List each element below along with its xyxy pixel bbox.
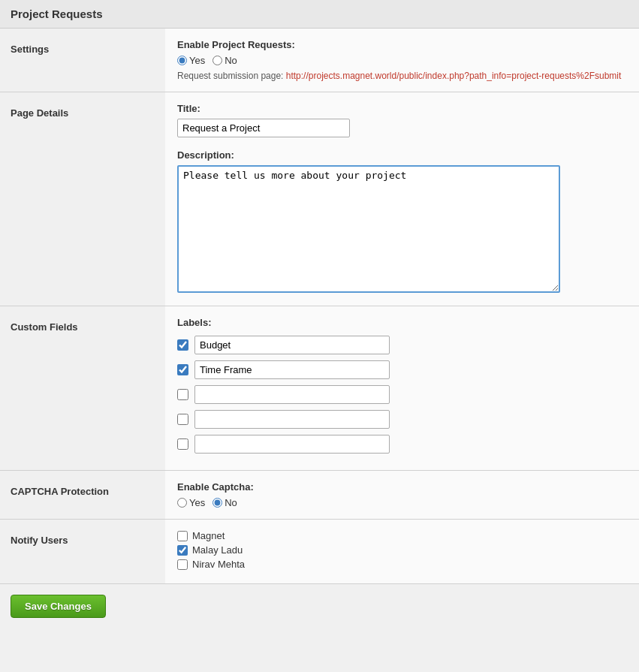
custom-field-row bbox=[177, 360, 627, 379]
custom-fields-list bbox=[177, 336, 627, 454]
enable-yes-radio[interactable] bbox=[177, 56, 187, 65]
custom-field-checkbox-4[interactable] bbox=[177, 438, 188, 450]
notify-user-name-1: Malay Ladu bbox=[192, 544, 243, 556]
enable-captcha-label: Enable Captcha: bbox=[177, 481, 627, 493]
captcha-yes-option[interactable]: Yes bbox=[177, 497, 205, 508]
page-title: Project Requests bbox=[0, 0, 639, 29]
notify-label: Notify Users bbox=[0, 520, 165, 583]
settings-content: Enable Project Requests: Yes No Request … bbox=[165, 29, 639, 92]
notify-row: Notify Users MagnetMalay LaduNirav Mehta bbox=[0, 520, 639, 584]
notify-user-item: Nirav Mehta bbox=[177, 559, 627, 570]
notify-user-name-2: Nirav Mehta bbox=[192, 559, 245, 570]
captcha-yes-label: Yes bbox=[189, 497, 205, 508]
title-input[interactable] bbox=[177, 119, 350, 137]
page-details-row: Page Details Title: Description: Please … bbox=[0, 92, 639, 306]
custom-field-row bbox=[177, 410, 627, 429]
captcha-row: CAPTCHA Protection Enable Captcha: Yes N… bbox=[0, 471, 639, 520]
custom-fields-label: Custom Fields bbox=[0, 306, 165, 470]
captcha-no-label: No bbox=[225, 497, 237, 508]
enable-requests-radio-group: Yes No bbox=[177, 55, 627, 66]
labels-title: Labels: bbox=[177, 317, 627, 328]
enable-project-requests-label: Enable Project Requests: bbox=[177, 39, 627, 50]
enable-no-label: No bbox=[225, 55, 237, 66]
notify-user-item: Malay Ladu bbox=[177, 544, 627, 556]
captcha-no-option[interactable]: No bbox=[212, 497, 237, 508]
notify-user-name-0: Magnet bbox=[192, 530, 225, 541]
custom-field-checkbox-2[interactable] bbox=[177, 389, 188, 400]
save-changes-button[interactable]: Save Changes bbox=[11, 595, 106, 618]
notify-users-list: MagnetMalay LaduNirav Mehta bbox=[177, 530, 627, 570]
enable-no-radio[interactable] bbox=[212, 56, 222, 65]
notify-user-checkbox-1[interactable] bbox=[177, 545, 188, 556]
notify-content: MagnetMalay LaduNirav Mehta bbox=[165, 520, 639, 583]
custom-field-row bbox=[177, 336, 627, 354]
submission-url-link[interactable]: http://projects.magnet.world/public/inde… bbox=[286, 71, 622, 81]
custom-field-checkbox-3[interactable] bbox=[177, 414, 188, 425]
submission-url-row: Request submission page: http://projects… bbox=[177, 71, 627, 81]
custom-field-input-3[interactable] bbox=[194, 410, 390, 429]
description-field-label: Description: bbox=[177, 149, 627, 161]
captcha-label: CAPTCHA Protection bbox=[0, 471, 165, 519]
custom-field-input-2[interactable] bbox=[194, 385, 390, 404]
captcha-content: Enable Captcha: Yes No bbox=[165, 471, 639, 519]
custom-fields-content: Labels: bbox=[165, 306, 639, 470]
enable-yes-label: Yes bbox=[189, 55, 205, 66]
custom-field-input-0[interactable] bbox=[194, 336, 390, 354]
custom-fields-row: Custom Fields Labels: bbox=[0, 306, 639, 471]
custom-field-row bbox=[177, 385, 627, 404]
notify-user-checkbox-2[interactable] bbox=[177, 559, 188, 570]
captcha-no-radio[interactable] bbox=[212, 498, 222, 508]
custom-field-input-1[interactable] bbox=[194, 360, 390, 379]
page-details-content: Title: Description: Please tell us more … bbox=[165, 92, 639, 306]
custom-field-row bbox=[177, 435, 627, 454]
custom-field-checkbox-0[interactable] bbox=[177, 339, 188, 351]
captcha-radio-group: Yes No bbox=[177, 497, 627, 508]
description-textarea[interactable]: Please tell us more about your project bbox=[177, 165, 560, 293]
title-field-label: Title: bbox=[177, 103, 627, 114]
custom-field-checkbox-1[interactable] bbox=[177, 364, 188, 375]
enable-yes-option[interactable]: Yes bbox=[177, 55, 205, 66]
settings-row: Settings Enable Project Requests: Yes No… bbox=[0, 29, 639, 92]
custom-field-input-4[interactable] bbox=[194, 435, 390, 454]
enable-no-option[interactable]: No bbox=[212, 55, 237, 66]
footer: Save Changes bbox=[0, 584, 639, 628]
submission-prefix: Request submission page: bbox=[177, 71, 283, 81]
page-details-label: Page Details bbox=[0, 92, 165, 306]
settings-label: Settings bbox=[0, 29, 165, 92]
notify-user-item: Magnet bbox=[177, 530, 627, 541]
notify-user-checkbox-0[interactable] bbox=[177, 531, 188, 541]
captcha-yes-radio[interactable] bbox=[177, 498, 187, 508]
